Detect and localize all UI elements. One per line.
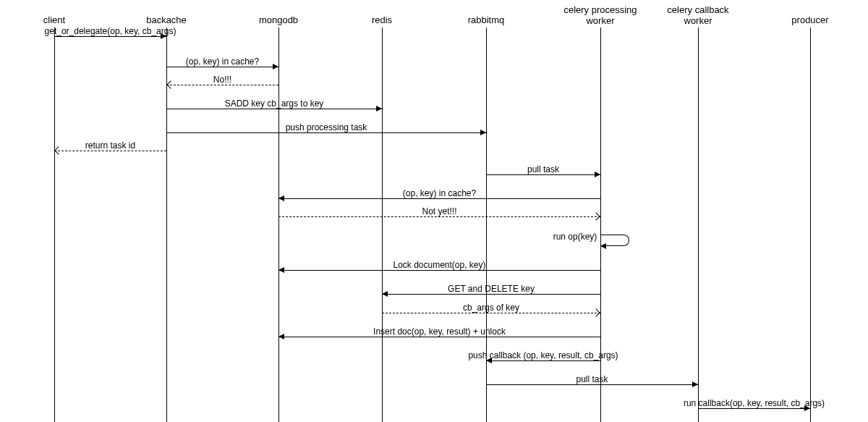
arrow-icon	[600, 243, 606, 249]
message-line	[486, 384, 698, 385]
message-line	[278, 198, 600, 199]
message-label: GET and DELETE key	[448, 284, 535, 294]
message-line	[278, 337, 600, 337]
message-line	[54, 36, 166, 37]
lifeline	[382, 28, 383, 422]
message-line	[166, 132, 486, 133]
arrow-icon	[480, 130, 486, 135]
message-label: (op, key) in cache?	[403, 188, 476, 198]
message-label: cb_args of key	[463, 303, 519, 313]
message-label: get_or_delegate(op, key, cb_args)	[45, 26, 176, 36]
message-label: run callback(op, key, result, cb_args)	[684, 398, 825, 408]
message-label: pull task	[576, 374, 608, 384]
participant-label: producer	[791, 14, 828, 25]
lifeline	[698, 28, 699, 422]
participant-label: celery callbackworker	[667, 4, 728, 26]
message-line	[382, 313, 600, 313]
lifeline	[166, 28, 167, 422]
message-line	[166, 67, 278, 67]
message-line	[382, 294, 600, 295]
message-label: Not yet!!!	[422, 206, 456, 216]
message-label: SADD key cb_args to key	[225, 98, 324, 109]
message-label: push callback (op, key, result, cb_args)	[468, 350, 618, 360]
message-line	[698, 408, 810, 409]
message-line	[486, 360, 600, 361]
arrow-icon	[376, 106, 382, 111]
participant-label: celery processingworker	[563, 4, 637, 26]
participant-label: client	[43, 14, 65, 25]
lifeline	[278, 28, 279, 422]
arrow-icon	[595, 172, 600, 177]
message-label: No!!!	[213, 75, 231, 85]
arrow-icon	[692, 381, 698, 387]
message-line	[166, 109, 382, 109]
lifeline	[810, 28, 811, 422]
message-line	[166, 85, 278, 85]
message-label: push processing task	[286, 122, 367, 132]
participant-label: backache	[146, 14, 187, 25]
arrow-icon	[54, 146, 62, 154]
message-label: (op, key) in cache?	[186, 56, 259, 67]
participant-label: mongodb	[259, 14, 298, 25]
arrow-icon	[382, 291, 388, 297]
message-line	[54, 151, 166, 151]
message-label: pull task	[527, 164, 559, 174]
arrow-icon	[278, 334, 284, 339]
lifeline	[54, 28, 55, 422]
message-label: return task id	[85, 140, 135, 151]
arrow-icon	[278, 195, 284, 201]
message-line	[278, 216, 600, 217]
message-label: Insert doc(op, key, result) + unlock	[373, 326, 506, 337]
lifeline	[600, 28, 601, 422]
message-line	[278, 270, 600, 271]
arrow-icon	[592, 212, 600, 220]
arrow-icon	[273, 64, 278, 69]
message-line	[486, 174, 600, 175]
message-label: run op(key)	[553, 232, 597, 242]
participant-label: rabbitmq	[468, 14, 505, 25]
arrow-icon	[592, 308, 600, 316]
message-label: Lock document(op, key)	[393, 260, 485, 270]
arrow-icon	[166, 80, 174, 88]
participant-label: redis	[372, 14, 392, 25]
arrow-icon	[278, 267, 284, 273]
